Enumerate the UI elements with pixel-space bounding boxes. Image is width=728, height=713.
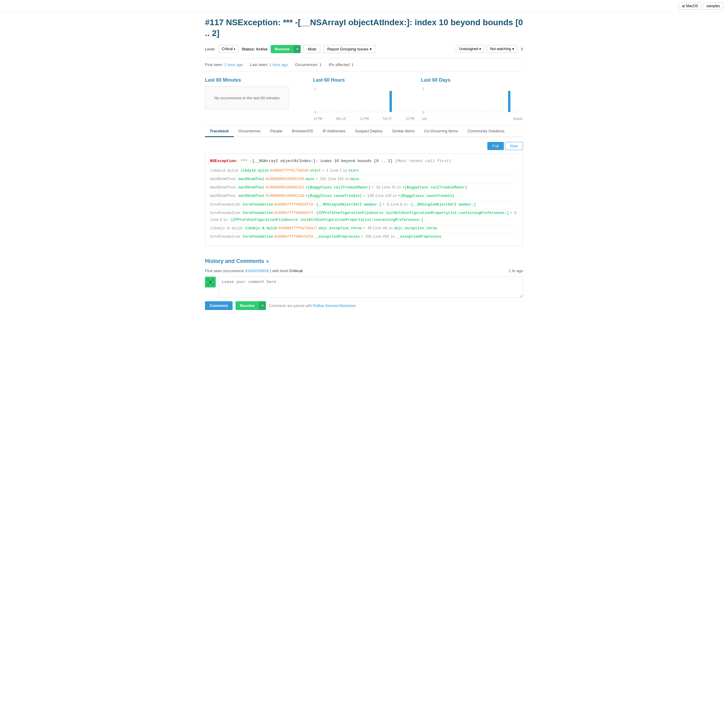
first-seen-history-row: First seen (occurrence 93450039658 ) wit… — [205, 268, 523, 273]
chevron-down-icon: ▾ — [370, 47, 372, 51]
most-recent-note: (Most recent call first) — [395, 159, 451, 163]
last-seen-link[interactable]: 1 hour ago — [269, 63, 288, 67]
chart-last-60-min: Last 60 Minutes No occurrences in the la… — [205, 78, 307, 122]
no-occurrences-box: No occurrences in the last 60 minutes — [205, 87, 289, 109]
macos-button[interactable]: ⊞ MacOS — [679, 2, 701, 10]
watching-label: Not watching — [490, 47, 511, 51]
raw-view-button[interactable]: Raw — [505, 142, 523, 150]
no-occurrences-text: No occurrences in the last 60 minutes — [214, 96, 280, 100]
chevron-down-icon: ▾ — [234, 48, 235, 51]
chevron-down-icon: ▾ — [512, 47, 514, 51]
first-seen-link[interactable]: 1 hour ago — [224, 63, 243, 67]
last-seen: Last seen: 1 hour ago — [250, 63, 288, 67]
stack-frame-3: macOScmdTool macOScmdTool 0x000000010000… — [210, 192, 518, 200]
resolve-button[interactable]: Resolve — [271, 45, 294, 53]
status-label: Status: Active — [242, 47, 267, 51]
history-timestamp: 1 hr ago — [509, 268, 523, 273]
svg-rect-7 — [508, 91, 510, 112]
traceback-container: NSException: *** -[__NSArrayI objectAtIn… — [205, 154, 523, 246]
resolve-dropdown-button[interactable]: ▾ — [294, 45, 301, 53]
controls-right: Unassigned ▾ Not watching ▾ 0 — [456, 45, 523, 53]
meta-row: First seen: 1 hour ago Last seen: 1 hour… — [205, 58, 523, 72]
top-bar: ⊞ MacOS samples — [0, 0, 728, 12]
exception-msg: *** -[__NSArrayI objectAtIndex:]: index … — [240, 159, 392, 163]
avatar-image — [205, 277, 216, 288]
resolve-button-group: Resolve ▾ — [271, 45, 301, 53]
chart-last-60-hours: Last 60 Hours 1 0 12 PM Mon 26 12 PM Tue… — [313, 78, 415, 122]
svg-rect-10 — [212, 279, 214, 281]
svg-text:0: 0 — [422, 111, 424, 114]
chart-60days-x-labels: July August — [421, 117, 523, 120]
resolve-dropdown-2[interactable]: ▾ — [259, 301, 266, 310]
chart-60days-title: Last 60 Days — [421, 78, 523, 83]
tab-co-occurring[interactable]: Co-Occurring Items — [419, 126, 463, 137]
markdown-link[interactable]: Rollbar-flavored Markdown — [313, 304, 356, 308]
samples-button[interactable]: samples — [703, 2, 723, 10]
svg-rect-9 — [207, 279, 209, 281]
chart-60hours-title: Last 60 Hours — [313, 78, 415, 83]
tab-traceback[interactable]: Traceback — [205, 126, 234, 137]
tab-ip-addresses[interactable]: IP Addresses — [318, 126, 350, 137]
mute-button[interactable]: Mute — [304, 45, 320, 53]
chart-60hours-x-labels: 12 PM Mon 26 12 PM Tue 27 12 PM — [313, 117, 415, 120]
tab-occurrences[interactable]: Occurrences — [234, 126, 266, 137]
full-view-button[interactable]: Full — [487, 142, 504, 150]
watching-button[interactable]: Not watching ▾ — [487, 45, 517, 53]
macos-label: MacOS — [686, 4, 698, 8]
level-value: Critical — [222, 47, 233, 51]
tab-community-solutions[interactable]: Community Solutions — [463, 126, 509, 137]
stack-frame-7: CoreFoundation CoreFoundation 0x00007fff… — [210, 233, 518, 241]
svg-text:1: 1 — [422, 87, 424, 91]
charts-section: Last 60 Minutes No occurrences in the la… — [205, 72, 523, 126]
comment-button[interactable]: Comment — [205, 301, 233, 310]
stack-frame-5: CoreFoundation CoreFoundation 0x00007fff… — [210, 209, 518, 224]
svg-rect-11 — [207, 283, 209, 286]
unassigned-button[interactable]: Unassigned ▾ — [456, 45, 484, 53]
report-grouping-button[interactable]: Report Grouping Issues ▾ — [323, 45, 375, 53]
chevron-down-icon: ▾ — [479, 47, 481, 51]
chart-60min-title: Last 60 Minutes — [205, 78, 307, 83]
exception-type: NSException: — [210, 159, 238, 163]
chevron-down-icon: ▾ — [297, 47, 298, 51]
svg-rect-12 — [212, 283, 214, 286]
samples-label: samples — [706, 4, 720, 8]
resolve-button-2[interactable]: Resolve — [236, 301, 259, 310]
issue-title: #117 NSException: *** -[__NSArrayI objec… — [205, 17, 523, 39]
svg-text:0: 0 — [315, 111, 316, 114]
level-label: Level: — [205, 47, 215, 51]
chart-60days-svg: 1 0 — [421, 87, 523, 116]
history-title-text: History and Comments — [205, 258, 264, 264]
level-dropdown[interactable]: Critical ▾ — [218, 45, 239, 53]
history-title[interactable]: History and Comments ∨ — [205, 258, 523, 264]
stack-frame-4: CoreFoundation CoreFoundation 0x00007fff… — [210, 201, 518, 209]
tab-browser-os[interactable]: Browser/OS — [287, 126, 318, 137]
watch-count: 0 — [521, 47, 523, 51]
occurrence-link[interactable]: 93450039658 — [245, 268, 269, 273]
avatar — [205, 277, 216, 288]
stack-frame-1: macOScmdTool macOScmdTool 0x000000010000… — [210, 175, 518, 183]
markdown-note: Comments are parsed with Rollbar-flavore… — [269, 304, 356, 308]
chevron-down-icon: ▾ — [262, 304, 264, 307]
stack-frame-0: libdyld.dylib libdyld.dylib 0x00007fff6c… — [210, 167, 518, 175]
ips-affected: IPs affected: 1 — [328, 63, 354, 67]
tab-suspect-deploy[interactable]: Suspect Deploy — [350, 126, 387, 137]
tab-similar-items[interactable]: Similar Items — [387, 126, 419, 137]
occurrences-value: 1 — [319, 63, 321, 67]
chart-60hours-area: 1 0 12 PM Mon 26 12 PM Tue 27 12 PM — [313, 87, 415, 122]
tab-people[interactable]: People — [265, 126, 287, 137]
history-section: History and Comments ∨ First seen (occur… — [205, 252, 523, 310]
controls-left: Level: Critical ▾ Status: Active Resolve… — [205, 45, 453, 53]
chevron-down-icon: ∨ — [266, 259, 269, 264]
controls-row: Level: Critical ▾ Status: Active Resolve… — [205, 45, 523, 58]
svg-rect-13 — [209, 281, 212, 283]
resolve-button-group-2: Resolve ▾ — [236, 301, 266, 310]
ips-value: 1 — [351, 63, 354, 67]
main-container: #117 NSException: *** -[__NSArrayI objec… — [199, 12, 529, 315]
occurrences: Occurrences: 1 — [295, 63, 321, 67]
exception-line: NSException: *** -[__NSArrayI objectAtIn… — [210, 159, 518, 163]
macos-icon: ⊞ — [682, 4, 685, 8]
grouping-label: Report Grouping Issues — [327, 47, 368, 51]
level-critical: Critical — [289, 268, 303, 273]
comment-input[interactable] — [219, 277, 523, 298]
comment-actions: Comment Resolve ▾ Comments are parsed wi… — [205, 301, 523, 310]
